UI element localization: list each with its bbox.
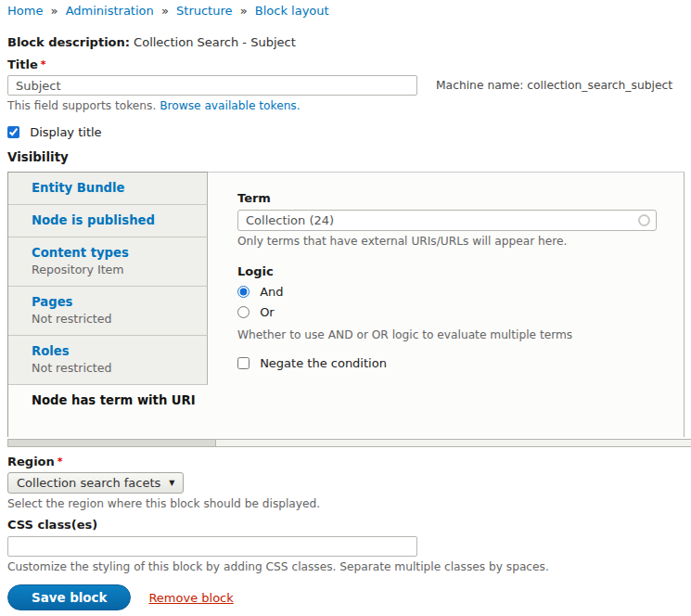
autocomplete-throbber-icon: [638, 214, 650, 226]
visibility-tab-menu: Entity Bundle Node is published Content …: [7, 172, 208, 437]
region-field-group: Region* Collection search facets ▼ Selec…: [7, 455, 691, 511]
block-configure-page: Home » Administration » Structure » Bloc…: [0, 0, 691, 610]
title-label-text: Title: [7, 58, 38, 71]
breadcrumb-link-block-layout[interactable]: Block layout: [255, 4, 329, 18]
horizontal-scrollbar[interactable]: [7, 439, 691, 447]
horizontal-scrollbar-thumb[interactable]: [8, 440, 216, 446]
tab-node-has-term-with-uri[interactable]: Node has term with URI: [8, 385, 208, 437]
css-classes-description: Customize the styling of this block by a…: [7, 560, 691, 574]
breadcrumb-link-home[interactable]: Home: [7, 4, 43, 18]
tab-content-types[interactable]: Content types Repository Item: [8, 237, 208, 287]
css-classes-field-group: CSS class(es) Customize the styling of t…: [7, 518, 691, 574]
logic-description: Whether to use AND or OR logic to evalua…: [237, 328, 659, 342]
tab-summary: Repository Item: [32, 263, 198, 277]
negate-condition-group: Negate the condition: [237, 356, 659, 371]
negate-condition-label: Negate the condition: [260, 356, 387, 370]
region-select-value: Collection search facets: [17, 476, 160, 490]
block-description-label: Block description:: [7, 35, 130, 49]
breadcrumb-separator: »: [161, 4, 169, 18]
tab-node-is-published[interactable]: Node is published: [8, 205, 208, 237]
display-title-label: Display title: [30, 125, 101, 139]
logic-or-label: Or: [260, 305, 275, 319]
tab-label: Node has term with URI: [32, 393, 198, 408]
visibility-heading: Visibility: [7, 149, 691, 165]
machine-name: Machine name: collection_search_subject: [436, 79, 672, 92]
breadcrumb-separator: »: [240, 4, 248, 18]
machine-name-value: collection_search_subject: [527, 79, 672, 92]
remove-block-link[interactable]: Remove block: [148, 591, 233, 605]
tab-label: Roles: [32, 344, 198, 359]
breadcrumb-separator: »: [51, 4, 58, 18]
visibility-tab-panel: Term Only terms that have external URIs/…: [208, 172, 685, 437]
tab-roles[interactable]: Roles Not restricted: [8, 336, 208, 385]
display-title-group: Display title: [7, 125, 691, 140]
tokens-help-text: This field supports tokens.: [7, 99, 156, 112]
required-marker: *: [41, 58, 46, 71]
title-label: Title*: [7, 58, 691, 72]
machine-name-label: Machine name:: [436, 79, 523, 92]
block-description-value: Collection Search - Subject: [134, 35, 296, 49]
display-title-option[interactable]: Display title: [7, 125, 102, 139]
css-classes-input[interactable]: [7, 536, 417, 557]
tab-pages[interactable]: Pages Not restricted: [8, 287, 208, 336]
title-input[interactable]: [7, 75, 417, 96]
region-description: Select the region where this block shoul…: [7, 497, 691, 511]
breadcrumb-link-administration[interactable]: Administration: [66, 4, 154, 18]
logic-option-and[interactable]: And: [237, 285, 284, 299]
save-block-button[interactable]: Save block: [7, 584, 131, 610]
breadcrumb: Home » Administration » Structure » Bloc…: [7, 3, 691, 19]
logic-label: Logic: [237, 264, 659, 279]
breadcrumb-link-structure[interactable]: Structure: [176, 4, 232, 18]
tab-label: Content types: [32, 246, 198, 261]
negate-condition-checkbox[interactable]: [237, 357, 250, 369]
region-select[interactable]: Collection search facets ▼: [7, 472, 184, 494]
tab-summary: Not restricted: [32, 312, 198, 327]
browse-tokens-link[interactable]: Browse available tokens.: [160, 99, 300, 112]
title-description: This field supports tokens. Browse avail…: [7, 99, 691, 113]
visibility-vertical-tabs: Entity Bundle Node is published Content …: [7, 172, 685, 437]
tab-entity-bundle[interactable]: Entity Bundle: [8, 173, 208, 205]
tab-summary: Not restricted: [32, 361, 198, 376]
tab-label: Node is published: [32, 213, 198, 228]
region-label: Region*: [7, 455, 691, 469]
logic-and-label: And: [260, 285, 283, 299]
title-field-group: Title* Machine name: collection_search_s…: [7, 58, 691, 113]
tab-label: Pages: [32, 295, 198, 310]
form-actions: Save block Remove block: [7, 584, 691, 610]
css-classes-label: CSS class(es): [7, 518, 691, 533]
term-description: Only terms that have external URIs/URLs …: [237, 235, 659, 249]
logic-or-radio[interactable]: [237, 306, 250, 318]
negate-condition-option[interactable]: Negate the condition: [237, 356, 387, 370]
logic-option-and-row: And: [237, 284, 659, 300]
caret-down-icon: ▼: [169, 479, 174, 487]
logic-option-or[interactable]: Or: [237, 305, 275, 319]
term-autocomplete-input[interactable]: [237, 210, 657, 231]
block-description: Block description: Collection Search - S…: [7, 35, 691, 50]
display-title-checkbox[interactable]: [7, 126, 19, 138]
required-marker: *: [58, 456, 63, 468]
tab-label: Entity Bundle: [32, 181, 198, 196]
term-label: Term: [237, 191, 659, 206]
region-label-text: Region: [7, 455, 55, 468]
logic-and-radio[interactable]: [237, 286, 250, 298]
logic-option-or-row: Or: [237, 304, 659, 320]
